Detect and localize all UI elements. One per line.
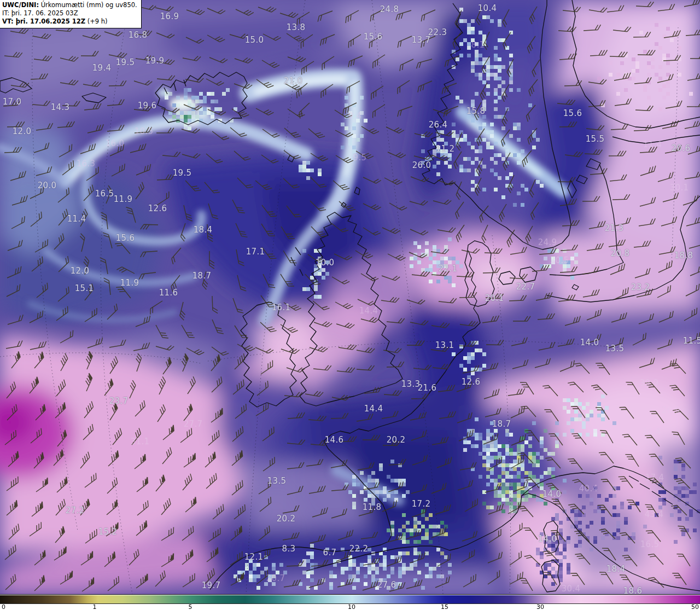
colorbar-tick-10: 10	[348, 603, 355, 610]
colorbar-tick-50: 50	[691, 603, 699, 610]
title-line-init: IT: þri. 17. 06. 2025 03Z	[2, 9, 137, 18]
map-canvas: 16.916.819.419.519.913.815.021.024.815.6…	[0, 0, 700, 594]
title-line-product: UWC/DINI: Úrkomumætti (mm) og uv850.	[2, 1, 137, 9]
colorbar-tick-15: 15	[441, 603, 448, 610]
product-name: UWC/DINI:	[2, 1, 39, 9]
colorbar-tick-5: 5	[189, 603, 192, 610]
field-name: Úrkomumætti (mm) og uv850.	[39, 1, 137, 9]
weather-map-screenshot: 16.916.819.419.519.913.815.021.024.815.6…	[0, 0, 700, 610]
colorbar-tick-30: 30	[536, 603, 544, 610]
title-box: UWC/DINI: Úrkomumætti (mm) og uv850. IT:…	[0, 0, 142, 28]
colorbar-tick-0: 0	[2, 603, 5, 610]
colorbar-tick-labels: 01510153050	[0, 604, 700, 610]
title-line-valid: VT: þri. 17.06.2025 12Z (+9 h)	[2, 18, 137, 26]
colorbar-tick-1: 1	[93, 603, 97, 610]
map-field-svg	[0, 0, 700, 594]
colorbar: 01510153050	[0, 594, 700, 610]
colorbar-gradient	[0, 595, 700, 604]
